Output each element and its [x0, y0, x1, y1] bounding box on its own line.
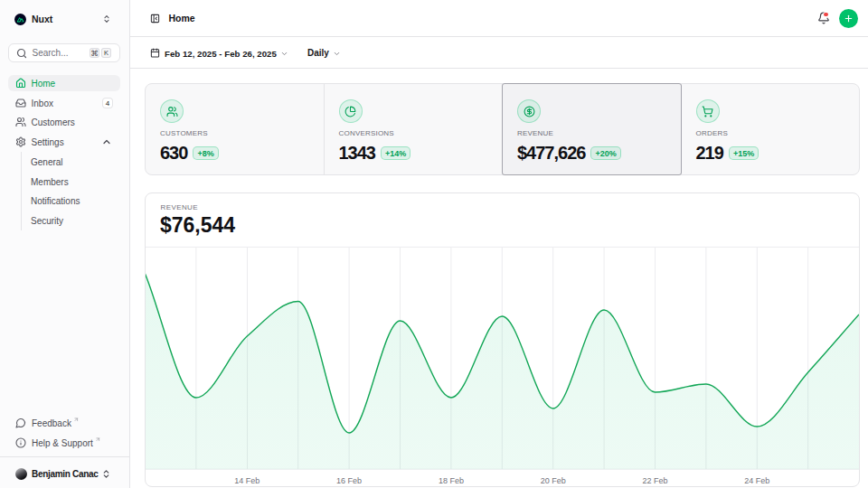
svg-text:14 Feb: 14 Feb — [234, 476, 259, 485]
svg-text:22 Feb: 22 Feb — [642, 476, 667, 485]
svg-text:20 Feb: 20 Feb — [541, 476, 566, 485]
svg-text:24 Feb: 24 Feb — [744, 476, 769, 485]
svg-text:18 Feb: 18 Feb — [439, 476, 464, 485]
svg-text:16 Feb: 16 Feb — [336, 476, 362, 485]
